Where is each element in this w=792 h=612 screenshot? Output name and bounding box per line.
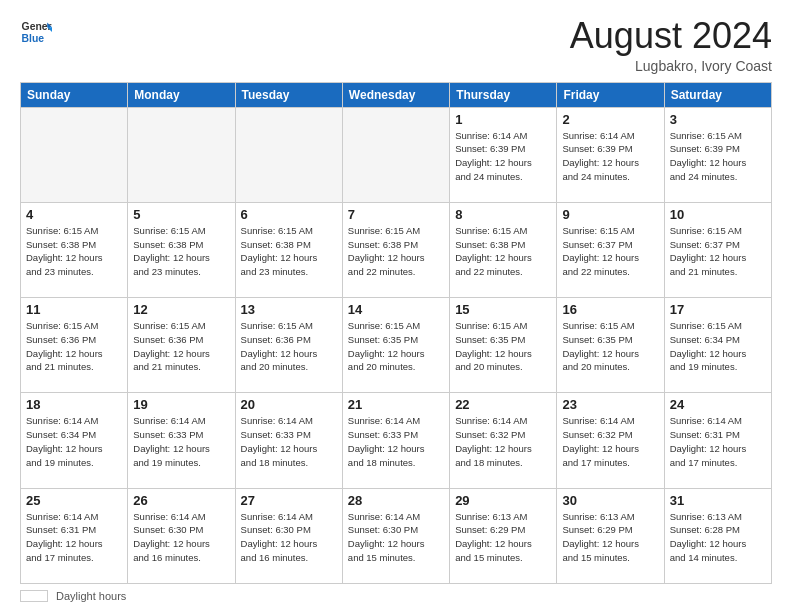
day-detail: Sunrise: 6:13 AM Sunset: 6:28 PM Dayligh…	[670, 510, 766, 565]
week-row-3: 11Sunrise: 6:15 AM Sunset: 6:36 PM Dayli…	[21, 298, 772, 393]
week-row-5: 25Sunrise: 6:14 AM Sunset: 6:31 PM Dayli…	[21, 488, 772, 583]
day-number: 26	[133, 493, 229, 508]
day-number: 29	[455, 493, 551, 508]
day-number: 19	[133, 397, 229, 412]
day-number: 11	[26, 302, 122, 317]
legend-label: Daylight hours	[56, 590, 126, 602]
day-detail: Sunrise: 6:15 AM Sunset: 6:36 PM Dayligh…	[26, 319, 122, 374]
day-detail: Sunrise: 6:15 AM Sunset: 6:38 PM Dayligh…	[133, 224, 229, 279]
col-header-saturday: Saturday	[664, 82, 771, 107]
day-cell: 18Sunrise: 6:14 AM Sunset: 6:34 PM Dayli…	[21, 393, 128, 488]
day-cell: 22Sunrise: 6:14 AM Sunset: 6:32 PM Dayli…	[450, 393, 557, 488]
day-cell: 14Sunrise: 6:15 AM Sunset: 6:35 PM Dayli…	[342, 298, 449, 393]
day-number: 16	[562, 302, 658, 317]
day-cell	[342, 107, 449, 202]
day-number: 30	[562, 493, 658, 508]
week-row-2: 4Sunrise: 6:15 AM Sunset: 6:38 PM Daylig…	[21, 202, 772, 297]
day-cell: 5Sunrise: 6:15 AM Sunset: 6:38 PM Daylig…	[128, 202, 235, 297]
day-number: 23	[562, 397, 658, 412]
day-cell: 23Sunrise: 6:14 AM Sunset: 6:32 PM Dayli…	[557, 393, 664, 488]
legend-box	[20, 590, 48, 602]
day-cell: 15Sunrise: 6:15 AM Sunset: 6:35 PM Dayli…	[450, 298, 557, 393]
day-detail: Sunrise: 6:14 AM Sunset: 6:34 PM Dayligh…	[26, 414, 122, 469]
day-detail: Sunrise: 6:14 AM Sunset: 6:39 PM Dayligh…	[562, 129, 658, 184]
day-detail: Sunrise: 6:14 AM Sunset: 6:33 PM Dayligh…	[348, 414, 444, 469]
logo-icon: General Blue	[20, 16, 52, 48]
day-detail: Sunrise: 6:14 AM Sunset: 6:31 PM Dayligh…	[26, 510, 122, 565]
day-detail: Sunrise: 6:15 AM Sunset: 6:36 PM Dayligh…	[133, 319, 229, 374]
day-cell: 25Sunrise: 6:14 AM Sunset: 6:31 PM Dayli…	[21, 488, 128, 583]
day-detail: Sunrise: 6:14 AM Sunset: 6:33 PM Dayligh…	[133, 414, 229, 469]
col-header-sunday: Sunday	[21, 82, 128, 107]
day-detail: Sunrise: 6:15 AM Sunset: 6:39 PM Dayligh…	[670, 129, 766, 184]
header-row: SundayMondayTuesdayWednesdayThursdayFrid…	[21, 82, 772, 107]
day-number: 13	[241, 302, 337, 317]
day-number: 15	[455, 302, 551, 317]
day-cell: 29Sunrise: 6:13 AM Sunset: 6:29 PM Dayli…	[450, 488, 557, 583]
day-cell: 13Sunrise: 6:15 AM Sunset: 6:36 PM Dayli…	[235, 298, 342, 393]
day-cell: 4Sunrise: 6:15 AM Sunset: 6:38 PM Daylig…	[21, 202, 128, 297]
day-number: 27	[241, 493, 337, 508]
day-number: 1	[455, 112, 551, 127]
day-detail: Sunrise: 6:13 AM Sunset: 6:29 PM Dayligh…	[562, 510, 658, 565]
day-detail: Sunrise: 6:13 AM Sunset: 6:29 PM Dayligh…	[455, 510, 551, 565]
day-number: 10	[670, 207, 766, 222]
day-detail: Sunrise: 6:15 AM Sunset: 6:38 PM Dayligh…	[26, 224, 122, 279]
day-detail: Sunrise: 6:14 AM Sunset: 6:31 PM Dayligh…	[670, 414, 766, 469]
day-number: 4	[26, 207, 122, 222]
col-header-friday: Friday	[557, 82, 664, 107]
day-cell: 6Sunrise: 6:15 AM Sunset: 6:38 PM Daylig…	[235, 202, 342, 297]
day-detail: Sunrise: 6:15 AM Sunset: 6:38 PM Dayligh…	[455, 224, 551, 279]
day-number: 22	[455, 397, 551, 412]
day-detail: Sunrise: 6:14 AM Sunset: 6:30 PM Dayligh…	[133, 510, 229, 565]
day-number: 31	[670, 493, 766, 508]
svg-text:Blue: Blue	[22, 33, 45, 44]
day-number: 12	[133, 302, 229, 317]
day-cell: 30Sunrise: 6:13 AM Sunset: 6:29 PM Dayli…	[557, 488, 664, 583]
day-cell: 12Sunrise: 6:15 AM Sunset: 6:36 PM Dayli…	[128, 298, 235, 393]
day-detail: Sunrise: 6:14 AM Sunset: 6:30 PM Dayligh…	[348, 510, 444, 565]
day-cell: 24Sunrise: 6:14 AM Sunset: 6:31 PM Dayli…	[664, 393, 771, 488]
day-number: 28	[348, 493, 444, 508]
day-cell: 20Sunrise: 6:14 AM Sunset: 6:33 PM Dayli…	[235, 393, 342, 488]
day-cell: 31Sunrise: 6:13 AM Sunset: 6:28 PM Dayli…	[664, 488, 771, 583]
day-cell: 9Sunrise: 6:15 AM Sunset: 6:37 PM Daylig…	[557, 202, 664, 297]
day-detail: Sunrise: 6:15 AM Sunset: 6:38 PM Dayligh…	[348, 224, 444, 279]
day-cell: 8Sunrise: 6:15 AM Sunset: 6:38 PM Daylig…	[450, 202, 557, 297]
col-header-tuesday: Tuesday	[235, 82, 342, 107]
day-detail: Sunrise: 6:15 AM Sunset: 6:35 PM Dayligh…	[348, 319, 444, 374]
day-number: 21	[348, 397, 444, 412]
calendar-subtitle: Lugbakro, Ivory Coast	[570, 58, 772, 74]
day-cell: 16Sunrise: 6:15 AM Sunset: 6:35 PM Dayli…	[557, 298, 664, 393]
day-detail: Sunrise: 6:15 AM Sunset: 6:38 PM Dayligh…	[241, 224, 337, 279]
day-detail: Sunrise: 6:15 AM Sunset: 6:36 PM Dayligh…	[241, 319, 337, 374]
day-cell: 27Sunrise: 6:14 AM Sunset: 6:30 PM Dayli…	[235, 488, 342, 583]
day-number: 20	[241, 397, 337, 412]
day-number: 3	[670, 112, 766, 127]
day-detail: Sunrise: 6:15 AM Sunset: 6:37 PM Dayligh…	[670, 224, 766, 279]
day-detail: Sunrise: 6:14 AM Sunset: 6:33 PM Dayligh…	[241, 414, 337, 469]
day-number: 14	[348, 302, 444, 317]
title-block: August 2024 Lugbakro, Ivory Coast	[570, 16, 772, 74]
day-cell: 28Sunrise: 6:14 AM Sunset: 6:30 PM Dayli…	[342, 488, 449, 583]
day-number: 5	[133, 207, 229, 222]
day-cell: 26Sunrise: 6:14 AM Sunset: 6:30 PM Dayli…	[128, 488, 235, 583]
logo: General Blue	[20, 16, 52, 48]
day-number: 7	[348, 207, 444, 222]
day-detail: Sunrise: 6:14 AM Sunset: 6:32 PM Dayligh…	[562, 414, 658, 469]
day-number: 8	[455, 207, 551, 222]
day-cell: 11Sunrise: 6:15 AM Sunset: 6:36 PM Dayli…	[21, 298, 128, 393]
week-row-1: 1Sunrise: 6:14 AM Sunset: 6:39 PM Daylig…	[21, 107, 772, 202]
day-number: 2	[562, 112, 658, 127]
day-detail: Sunrise: 6:15 AM Sunset: 6:35 PM Dayligh…	[455, 319, 551, 374]
col-header-monday: Monday	[128, 82, 235, 107]
day-cell: 1Sunrise: 6:14 AM Sunset: 6:39 PM Daylig…	[450, 107, 557, 202]
day-cell	[235, 107, 342, 202]
col-header-thursday: Thursday	[450, 82, 557, 107]
day-number: 18	[26, 397, 122, 412]
day-detail: Sunrise: 6:15 AM Sunset: 6:34 PM Dayligh…	[670, 319, 766, 374]
header: General Blue August 2024 Lugbakro, Ivory…	[20, 16, 772, 74]
day-number: 17	[670, 302, 766, 317]
calendar-title: August 2024	[570, 16, 772, 56]
day-cell	[21, 107, 128, 202]
